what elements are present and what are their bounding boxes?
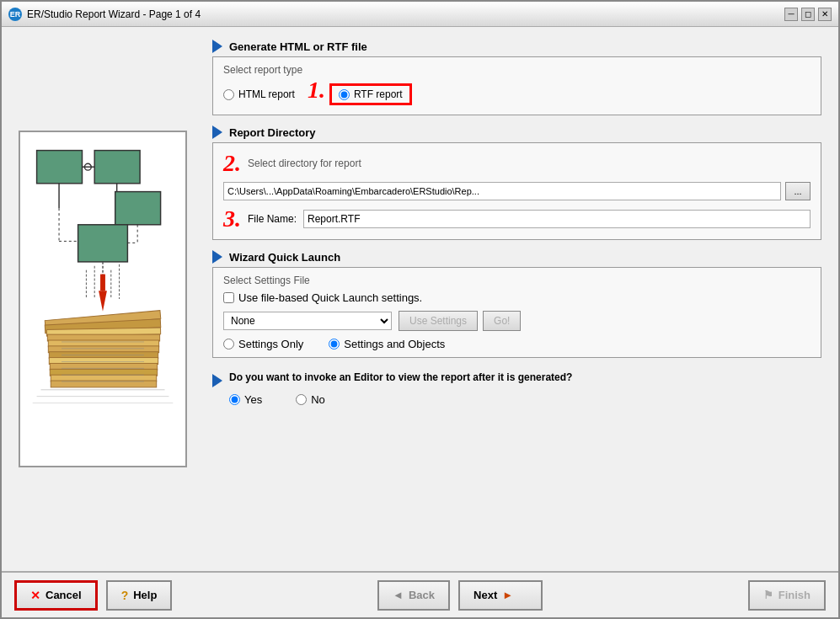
no-radio-item[interactable]: No xyxy=(296,393,325,406)
browse-button[interactable]: ... xyxy=(785,182,811,200)
directory-group: 2. Select directory for report ... 3. Fi… xyxy=(212,142,821,240)
rtf-highlight-box: RTF report xyxy=(329,83,412,105)
bottom-bar: ✕ Cancel ? Help ◄ Back Next ► ⚑ Finish xyxy=(2,571,838,617)
filename-input[interactable] xyxy=(303,210,811,228)
directory-label-row: 2. Select directory for report xyxy=(223,150,811,177)
html-radio-label: HTML report xyxy=(238,88,295,100)
use-settings-button[interactable]: Use Settings xyxy=(399,311,478,331)
left-panel xyxy=(2,27,204,571)
report-type-label: Select report type xyxy=(223,64,811,76)
wizard-diagram xyxy=(19,131,187,467)
right-panel: Generate HTML or RTF file Select report … xyxy=(204,27,838,571)
title-bar: ER ER/Studio Report Wizard - Page 1 of 4… xyxy=(2,2,838,27)
svg-rect-6 xyxy=(115,192,161,225)
back-left-icon: ◄ xyxy=(393,589,404,601)
yes-radio-item[interactable]: Yes xyxy=(229,393,262,406)
settings-group: Select Settings File Use file-based Quic… xyxy=(212,267,821,358)
directory-row: ... xyxy=(223,182,811,200)
no-radio[interactable] xyxy=(296,394,307,405)
help-label: Help xyxy=(133,589,157,601)
yes-radio[interactable] xyxy=(229,394,240,405)
window-title: ER/Studio Report Wizard - Page 1 of 4 xyxy=(27,8,201,20)
html-radio[interactable] xyxy=(223,89,234,100)
generate-arrow-icon xyxy=(212,40,222,53)
quick-launch-arrow-icon xyxy=(212,250,222,264)
directory-title: Report Directory xyxy=(229,126,316,139)
annotation-2: 2. xyxy=(223,150,241,177)
quick-launch-checkbox-label: Use file-based Quick Launch settings. xyxy=(238,291,422,304)
back-button[interactable]: ◄ Back xyxy=(377,580,450,611)
annotation-1: 1. xyxy=(308,77,325,104)
settings-dropdown[interactable]: None xyxy=(223,312,392,330)
settings-objects-label: Settings and Objects xyxy=(344,338,445,350)
cancel-button[interactable]: ✕ Cancel xyxy=(14,580,98,611)
editor-section: Do you want to invoke an Editor to view … xyxy=(212,371,821,406)
svg-rect-8 xyxy=(78,225,128,262)
editor-radios: Yes No xyxy=(229,393,821,406)
title-bar-controls: ─ ◻ ✕ xyxy=(784,8,832,21)
quick-launch-title: Wizard Quick Launch xyxy=(229,251,340,264)
settings-only-radio-item[interactable]: Settings Only xyxy=(223,338,303,350)
editor-header: Do you want to invoke an Editor to view … xyxy=(212,371,821,390)
html-radio-item[interactable]: HTML report xyxy=(223,88,295,100)
app-icon: ER xyxy=(8,8,22,21)
directory-header: Report Directory xyxy=(212,125,821,139)
report-type-group: Select report type HTML report 1. RTF re… xyxy=(212,56,821,115)
next-right-icon: ► xyxy=(502,589,513,601)
quick-launch-header: Wizard Quick Launch xyxy=(212,250,821,264)
main-window: ER ER/Studio Report Wizard - Page 1 of 4… xyxy=(0,0,840,619)
directory-arrow-icon xyxy=(212,125,222,139)
checkbox-row: Use file-based Quick Launch settings. xyxy=(223,291,811,304)
svg-rect-2 xyxy=(94,151,140,184)
quick-launch-checkbox[interactable] xyxy=(223,292,234,303)
settings-objects-radio-item[interactable]: Settings and Objects xyxy=(329,338,445,350)
help-icon: ? xyxy=(121,589,129,602)
next-button[interactable]: Next ► xyxy=(458,580,543,611)
rtf-radio-item[interactable]: RTF report xyxy=(339,88,403,100)
dropdown-row: None Use Settings Go! xyxy=(223,311,811,331)
next-label: Next xyxy=(474,589,497,601)
rtf-radio[interactable] xyxy=(339,89,350,100)
generate-section: Generate HTML or RTF file Select report … xyxy=(212,40,821,115)
editor-question: Do you want to invoke an Editor to view … xyxy=(229,371,572,383)
svg-rect-1 xyxy=(37,151,83,184)
generate-title: Generate HTML or RTF file xyxy=(229,40,367,53)
no-label: No xyxy=(311,393,325,406)
editor-arrow-icon xyxy=(212,374,222,387)
title-bar-left: ER ER/Studio Report Wizard - Page 1 of 4 xyxy=(8,8,201,21)
settings-buttons: Use Settings Go! xyxy=(399,311,521,331)
help-button[interactable]: ? Help xyxy=(106,580,173,611)
annotation-3: 3. xyxy=(223,205,241,232)
cancel-x-icon: ✕ xyxy=(30,589,40,602)
minimize-button[interactable]: ─ xyxy=(784,8,798,21)
filename-row: 3. File Name: xyxy=(223,205,811,232)
report-type-row: HTML report 1. RTF report xyxy=(223,81,811,108)
finish-button[interactable]: ⚑ Finish xyxy=(748,580,826,611)
maximize-button[interactable]: ◻ xyxy=(801,8,815,21)
settings-only-label: Settings Only xyxy=(238,338,303,350)
finish-label: Finish xyxy=(778,589,811,601)
go-button[interactable]: Go! xyxy=(483,311,521,331)
close-button[interactable]: ✕ xyxy=(818,8,832,21)
svg-rect-19 xyxy=(100,275,105,291)
filename-label: File Name: xyxy=(248,213,297,225)
directory-section: Report Directory 2. Select directory for… xyxy=(212,125,821,240)
finish-flag-icon: ⚑ xyxy=(763,589,773,601)
content-area: Generate HTML or RTF file Select report … xyxy=(2,27,838,571)
rtf-radio-label: RTF report xyxy=(354,88,403,100)
back-label: Back xyxy=(409,589,435,601)
generate-header: Generate HTML or RTF file xyxy=(212,40,821,53)
directory-group-label: Select directory for report xyxy=(248,157,361,169)
settings-group-label: Select Settings File xyxy=(223,275,811,286)
cancel-label: Cancel xyxy=(45,589,82,601)
settings-only-radio[interactable] xyxy=(223,339,234,350)
settings-radio-row: Settings Only Settings and Objects xyxy=(223,338,811,350)
quick-launch-section: Wizard Quick Launch Select Settings File… xyxy=(212,250,821,358)
directory-input[interactable] xyxy=(223,182,781,200)
diagram-svg xyxy=(20,132,185,466)
settings-objects-radio[interactable] xyxy=(329,339,340,350)
yes-label: Yes xyxy=(244,393,262,406)
